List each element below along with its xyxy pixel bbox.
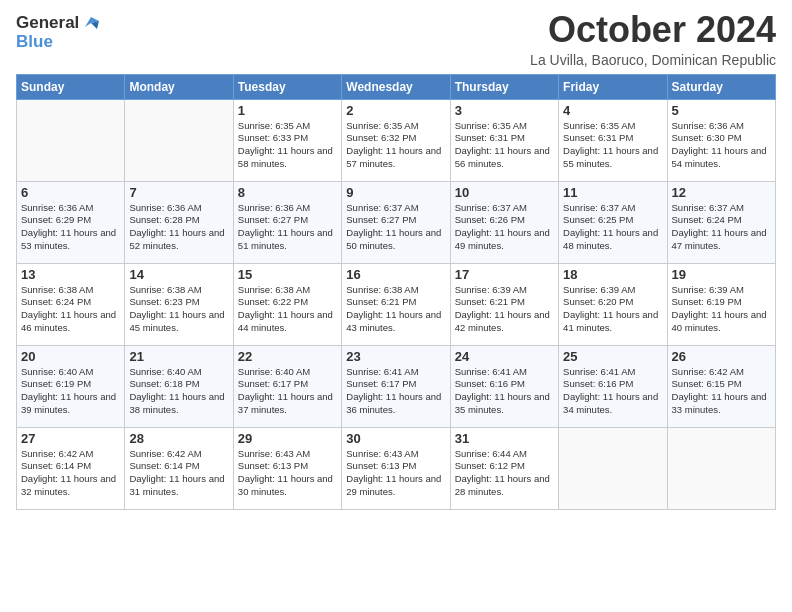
table-row xyxy=(125,99,233,181)
header: General Blue October 2024 La Uvilla, Bao… xyxy=(16,10,776,68)
calendar-header-row: Sunday Monday Tuesday Wednesday Thursday… xyxy=(17,74,776,99)
day-number: 3 xyxy=(455,103,554,118)
header-saturday: Saturday xyxy=(667,74,775,99)
table-row: 31Sunrise: 6:44 AMSunset: 6:12 PMDayligh… xyxy=(450,427,558,509)
day-number: 13 xyxy=(21,267,120,282)
header-thursday: Thursday xyxy=(450,74,558,99)
month-title: October 2024 xyxy=(530,10,776,50)
location-title: La Uvilla, Baoruco, Dominican Republic xyxy=(530,52,776,68)
table-row: 18Sunrise: 6:39 AMSunset: 6:20 PMDayligh… xyxy=(559,263,667,345)
table-row: 1Sunrise: 6:35 AMSunset: 6:33 PMDaylight… xyxy=(233,99,341,181)
table-row xyxy=(17,99,125,181)
cell-text: Sunrise: 6:38 AMSunset: 6:21 PMDaylight:… xyxy=(346,284,441,333)
cell-text: Sunrise: 6:40 AMSunset: 6:18 PMDaylight:… xyxy=(129,366,224,415)
table-row: 23Sunrise: 6:41 AMSunset: 6:17 PMDayligh… xyxy=(342,345,450,427)
header-sunday: Sunday xyxy=(17,74,125,99)
table-row: 10Sunrise: 6:37 AMSunset: 6:26 PMDayligh… xyxy=(450,181,558,263)
table-row: 3Sunrise: 6:35 AMSunset: 6:31 PMDaylight… xyxy=(450,99,558,181)
table-row: 5Sunrise: 6:36 AMSunset: 6:30 PMDaylight… xyxy=(667,99,775,181)
cell-text: Sunrise: 6:36 AMSunset: 6:30 PMDaylight:… xyxy=(672,120,767,169)
table-row: 24Sunrise: 6:41 AMSunset: 6:16 PMDayligh… xyxy=(450,345,558,427)
cell-text: Sunrise: 6:36 AMSunset: 6:29 PMDaylight:… xyxy=(21,202,116,251)
cell-text: Sunrise: 6:39 AMSunset: 6:19 PMDaylight:… xyxy=(672,284,767,333)
day-number: 12 xyxy=(672,185,771,200)
table-row: 19Sunrise: 6:39 AMSunset: 6:19 PMDayligh… xyxy=(667,263,775,345)
header-friday: Friday xyxy=(559,74,667,99)
day-number: 10 xyxy=(455,185,554,200)
calendar-table: Sunday Monday Tuesday Wednesday Thursday… xyxy=(16,74,776,510)
table-row: 27Sunrise: 6:42 AMSunset: 6:14 PMDayligh… xyxy=(17,427,125,509)
day-number: 29 xyxy=(238,431,337,446)
cell-text: Sunrise: 6:42 AMSunset: 6:15 PMDaylight:… xyxy=(672,366,767,415)
table-row: 22Sunrise: 6:40 AMSunset: 6:17 PMDayligh… xyxy=(233,345,341,427)
cell-text: Sunrise: 6:44 AMSunset: 6:12 PMDaylight:… xyxy=(455,448,550,497)
table-row: 28Sunrise: 6:42 AMSunset: 6:14 PMDayligh… xyxy=(125,427,233,509)
cell-text: Sunrise: 6:37 AMSunset: 6:27 PMDaylight:… xyxy=(346,202,441,251)
cell-text: Sunrise: 6:39 AMSunset: 6:20 PMDaylight:… xyxy=(563,284,658,333)
cell-text: Sunrise: 6:42 AMSunset: 6:14 PMDaylight:… xyxy=(129,448,224,497)
logo: General Blue xyxy=(16,14,99,51)
header-wednesday: Wednesday xyxy=(342,74,450,99)
table-row: 8Sunrise: 6:36 AMSunset: 6:27 PMDaylight… xyxy=(233,181,341,263)
table-row: 11Sunrise: 6:37 AMSunset: 6:25 PMDayligh… xyxy=(559,181,667,263)
table-row: 9Sunrise: 6:37 AMSunset: 6:27 PMDaylight… xyxy=(342,181,450,263)
table-row: 15Sunrise: 6:38 AMSunset: 6:22 PMDayligh… xyxy=(233,263,341,345)
cell-text: Sunrise: 6:37 AMSunset: 6:24 PMDaylight:… xyxy=(672,202,767,251)
cell-text: Sunrise: 6:36 AMSunset: 6:28 PMDaylight:… xyxy=(129,202,224,251)
table-row: 6Sunrise: 6:36 AMSunset: 6:29 PMDaylight… xyxy=(17,181,125,263)
cell-text: Sunrise: 6:37 AMSunset: 6:25 PMDaylight:… xyxy=(563,202,658,251)
cell-text: Sunrise: 6:35 AMSunset: 6:32 PMDaylight:… xyxy=(346,120,441,169)
table-row: 30Sunrise: 6:43 AMSunset: 6:13 PMDayligh… xyxy=(342,427,450,509)
table-row: 29Sunrise: 6:43 AMSunset: 6:13 PMDayligh… xyxy=(233,427,341,509)
day-number: 24 xyxy=(455,349,554,364)
page: General Blue October 2024 La Uvilla, Bao… xyxy=(0,0,792,612)
cell-text: Sunrise: 6:40 AMSunset: 6:17 PMDaylight:… xyxy=(238,366,333,415)
day-number: 16 xyxy=(346,267,445,282)
calendar-week-row: 1Sunrise: 6:35 AMSunset: 6:33 PMDaylight… xyxy=(17,99,776,181)
day-number: 21 xyxy=(129,349,228,364)
cell-text: Sunrise: 6:38 AMSunset: 6:24 PMDaylight:… xyxy=(21,284,116,333)
table-row: 2Sunrise: 6:35 AMSunset: 6:32 PMDaylight… xyxy=(342,99,450,181)
cell-text: Sunrise: 6:40 AMSunset: 6:19 PMDaylight:… xyxy=(21,366,116,415)
day-number: 31 xyxy=(455,431,554,446)
day-number: 8 xyxy=(238,185,337,200)
table-row: 12Sunrise: 6:37 AMSunset: 6:24 PMDayligh… xyxy=(667,181,775,263)
title-area: October 2024 La Uvilla, Baoruco, Dominic… xyxy=(530,10,776,68)
cell-text: Sunrise: 6:41 AMSunset: 6:16 PMDaylight:… xyxy=(455,366,550,415)
table-row: 14Sunrise: 6:38 AMSunset: 6:23 PMDayligh… xyxy=(125,263,233,345)
table-row: 21Sunrise: 6:40 AMSunset: 6:18 PMDayligh… xyxy=(125,345,233,427)
cell-text: Sunrise: 6:35 AMSunset: 6:33 PMDaylight:… xyxy=(238,120,333,169)
day-number: 30 xyxy=(346,431,445,446)
cell-text: Sunrise: 6:36 AMSunset: 6:27 PMDaylight:… xyxy=(238,202,333,251)
table-row: 16Sunrise: 6:38 AMSunset: 6:21 PMDayligh… xyxy=(342,263,450,345)
day-number: 26 xyxy=(672,349,771,364)
table-row xyxy=(559,427,667,509)
day-number: 27 xyxy=(21,431,120,446)
day-number: 4 xyxy=(563,103,662,118)
day-number: 17 xyxy=(455,267,554,282)
day-number: 11 xyxy=(563,185,662,200)
table-row: 26Sunrise: 6:42 AMSunset: 6:15 PMDayligh… xyxy=(667,345,775,427)
day-number: 5 xyxy=(672,103,771,118)
calendar-week-row: 20Sunrise: 6:40 AMSunset: 6:19 PMDayligh… xyxy=(17,345,776,427)
cell-text: Sunrise: 6:42 AMSunset: 6:14 PMDaylight:… xyxy=(21,448,116,497)
calendar-week-row: 13Sunrise: 6:38 AMSunset: 6:24 PMDayligh… xyxy=(17,263,776,345)
cell-text: Sunrise: 6:38 AMSunset: 6:23 PMDaylight:… xyxy=(129,284,224,333)
cell-text: Sunrise: 6:41 AMSunset: 6:17 PMDaylight:… xyxy=(346,366,441,415)
table-row: 7Sunrise: 6:36 AMSunset: 6:28 PMDaylight… xyxy=(125,181,233,263)
table-row xyxy=(667,427,775,509)
cell-text: Sunrise: 6:35 AMSunset: 6:31 PMDaylight:… xyxy=(455,120,550,169)
day-number: 20 xyxy=(21,349,120,364)
day-number: 9 xyxy=(346,185,445,200)
day-number: 6 xyxy=(21,185,120,200)
logo-bird-icon xyxy=(81,13,99,31)
day-number: 23 xyxy=(346,349,445,364)
table-row: 20Sunrise: 6:40 AMSunset: 6:19 PMDayligh… xyxy=(17,345,125,427)
table-row: 25Sunrise: 6:41 AMSunset: 6:16 PMDayligh… xyxy=(559,345,667,427)
day-number: 25 xyxy=(563,349,662,364)
day-number: 2 xyxy=(346,103,445,118)
day-number: 19 xyxy=(672,267,771,282)
day-number: 18 xyxy=(563,267,662,282)
header-monday: Monday xyxy=(125,74,233,99)
table-row: 4Sunrise: 6:35 AMSunset: 6:31 PMDaylight… xyxy=(559,99,667,181)
